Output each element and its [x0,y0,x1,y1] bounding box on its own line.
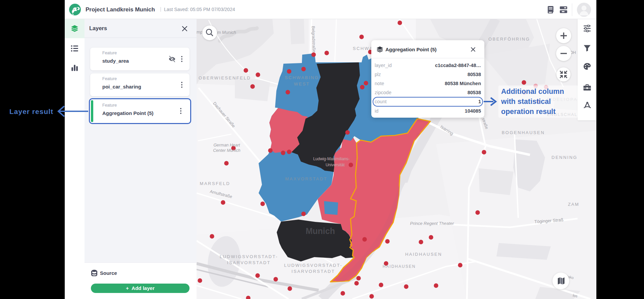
svg-text:ymp: ymp [197,29,203,35]
svg-text:HAIDHAUSEN: HAIDHAUSEN [383,264,416,269]
svg-text:MAXVORSTADT: MAXVORSTADT [285,176,327,181]
svg-text:OBERWIESENFELD: OBERWIESENFELD [199,75,251,80]
svg-text:DENNING: DENNING [551,155,577,160]
svg-text:Munich: Munich [306,226,335,236]
svg-text:Universität: Universität [326,163,345,167]
svg-text:LUDWIGSVORSTADT-: LUDWIGSVORSTADT- [220,254,278,259]
svg-text:Center Munich: Center Munich [213,148,240,153]
svg-text:um Munich: um Munich [215,30,236,35]
svg-text:OBERFÖHRING: OBERFÖHRING [488,37,530,42]
svg-text:SCHWA: SCHWA [353,46,373,51]
svg-text:Ludwig-Maximilians-: Ludwig-Maximilians- [313,157,350,161]
svg-text:MARSFELD: MARSFELD [200,181,230,186]
svg-text:SCHWABING: SCHWABING [285,75,319,80]
svg-text:ISARVORSTADT: ISARVORSTADT [227,260,271,265]
svg-text:LUDWIGSVORSTADT-: LUDWIGSVORSTADT- [284,263,342,268]
svg-text:ISARVORSTADT: ISARVORSTADT [291,269,335,274]
svg-text:ZAM: ZAM [568,202,579,207]
svg-text:HAIDHAUSEN: HAIDHAUSEN [405,252,442,257]
svg-text:BOGENHAUSEN: BOGENHAUSEN [502,130,545,135]
svg-text:Prince Regent Theater: Prince Regent Theater [410,221,454,226]
svg-text:WEST: WEST [294,81,310,86]
svg-text:German Heart: German Heart [213,143,240,147]
svg-text:Belgradstraße: Belgradstraße [311,26,317,52]
